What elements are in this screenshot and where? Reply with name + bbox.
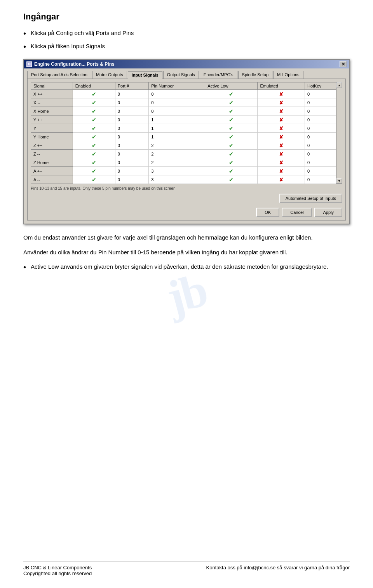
cell-enabled-5[interactable]: ✔ [73, 133, 115, 141]
scroll-up-button[interactable]: ▲ [336, 82, 342, 88]
cell-enabled-0[interactable]: ✔ [73, 90, 115, 98]
tab-spindle[interactable]: Spindle Setup [238, 71, 273, 79]
cell-enabled-8[interactable]: ✔ [73, 158, 115, 167]
cell-emulated-10[interactable]: ✘ [258, 175, 305, 184]
cell-pin-4[interactable]: 1 [149, 124, 205, 133]
cell-enabled-3[interactable]: ✔ [73, 116, 115, 124]
cell-emulated-4[interactable]: ✘ [258, 124, 305, 133]
table-row[interactable]: X Home ✔ 0 0 ✔ ✘ 0 [31, 107, 336, 116]
cell-hotkey-6[interactable]: 0 [305, 141, 336, 150]
cell-pin-7[interactable]: 2 [149, 150, 205, 158]
cell-pin-2[interactable]: 0 [149, 107, 205, 116]
cell-port-8[interactable]: 0 [115, 158, 148, 167]
cell-port-2[interactable]: 0 [115, 107, 148, 116]
cell-emulated-1[interactable]: ✘ [258, 98, 305, 107]
scrollbar[interactable]: ▲ ▼ [336, 82, 342, 184]
apply-button[interactable]: Apply [314, 208, 342, 217]
cell-enabled-9[interactable]: ✔ [73, 167, 115, 175]
cell-pin-3[interactable]: 1 [149, 116, 205, 124]
cell-port-3[interactable]: 0 [115, 116, 148, 124]
ok-button[interactable]: OK [256, 208, 279, 217]
tab-port-setup[interactable]: Port Setup and Axis Selection [27, 71, 91, 79]
cell-pin-1[interactable]: 0 [149, 98, 205, 107]
table-row[interactable]: Z ++ ✔ 0 2 ✔ ✘ 0 [31, 141, 336, 150]
cell-enabled-2[interactable]: ✔ [73, 107, 115, 116]
cell-active-low-7[interactable]: ✔ [205, 150, 258, 158]
cell-active-low-0[interactable]: ✔ [205, 90, 258, 98]
tab-motor-outputs[interactable]: Motor Outputs [92, 71, 127, 79]
cell-active-low-3[interactable]: ✔ [205, 116, 258, 124]
cell-emulated-2[interactable]: ✘ [258, 107, 305, 116]
cell-emulated-6[interactable]: ✘ [258, 141, 305, 150]
table-row[interactable]: Y ++ ✔ 0 1 ✔ ✘ 0 [31, 116, 336, 124]
cell-port-1[interactable]: 0 [115, 98, 148, 107]
cell-port-9[interactable]: 0 [115, 167, 148, 175]
cell-port-6[interactable]: 0 [115, 141, 148, 150]
cell-pin-8[interactable]: 2 [149, 158, 205, 167]
cell-hotkey-3[interactable]: 0 [305, 116, 336, 124]
cell-emulated-5[interactable]: ✘ [258, 133, 305, 141]
cell-emulated-0[interactable]: ✘ [258, 90, 305, 98]
cell-active-low-2[interactable]: ✔ [205, 107, 258, 116]
cell-port-5[interactable]: 0 [115, 133, 148, 141]
cell-port-7[interactable]: 0 [115, 150, 148, 158]
col-header-emulated: Emulated [258, 82, 305, 90]
auto-setup-row: Automated Setup of Inputs [31, 194, 342, 203]
cell-hotkey-0[interactable]: 0 [305, 90, 336, 98]
bullet-icon-1: • [23, 28, 26, 39]
cell-active-low-4[interactable]: ✔ [205, 124, 258, 133]
cell-active-low-10[interactable]: ✔ [205, 175, 258, 184]
cell-active-low-1[interactable]: ✔ [205, 98, 258, 107]
tab-input-signals[interactable]: Input Signals [128, 71, 162, 79]
cell-hotkey-5[interactable]: 0 [305, 133, 336, 141]
cell-pin-6[interactable]: 2 [149, 141, 205, 150]
cell-port-10[interactable]: 0 [115, 175, 148, 184]
cell-enabled-1[interactable]: ✔ [73, 98, 115, 107]
emulated-icon-3: ✘ [279, 117, 284, 123]
tab-output-signals[interactable]: Output Signals [163, 71, 199, 79]
table-row[interactable]: A -- ✔ 0 3 ✔ ✘ 0 [31, 175, 336, 184]
tab-mill[interactable]: Mill Options [273, 71, 303, 79]
tab-encoder[interactable]: Encoder/MPG's [200, 71, 237, 79]
cell-enabled-7[interactable]: ✔ [73, 150, 115, 158]
cell-pin-10[interactable]: 3 [149, 175, 205, 184]
cell-emulated-8[interactable]: ✘ [258, 158, 305, 167]
cell-active-low-8[interactable]: ✔ [205, 158, 258, 167]
cell-hotkey-1[interactable]: 0 [305, 98, 336, 107]
cell-hotkey-2[interactable]: 0 [305, 107, 336, 116]
table-row[interactable]: Y Home ✔ 0 1 ✔ ✘ 0 [31, 133, 336, 141]
cell-pin-9[interactable]: 3 [149, 167, 205, 175]
cell-pin-5[interactable]: 1 [149, 133, 205, 141]
cell-hotkey-4[interactable]: 0 [305, 124, 336, 133]
table-row[interactable]: Z -- ✔ 0 2 ✔ ✘ 0 [31, 150, 336, 158]
cell-emulated-9[interactable]: ✘ [258, 167, 305, 175]
cell-enabled-6[interactable]: ✔ [73, 141, 115, 150]
table-row[interactable]: Y -- ✔ 0 1 ✔ ✘ 0 [31, 124, 336, 133]
active-low-icon-8: ✔ [229, 159, 234, 166]
cell-enabled-10[interactable]: ✔ [73, 175, 115, 184]
cell-hotkey-8[interactable]: 0 [305, 158, 336, 167]
table-row[interactable]: Z Home ✔ 0 2 ✔ ✘ 0 [31, 158, 336, 167]
cell-hotkey-10[interactable]: 0 [305, 175, 336, 184]
table-row[interactable]: X -- ✔ 0 0 ✔ ✘ 0 [31, 98, 336, 107]
cell-active-low-9[interactable]: ✔ [205, 167, 258, 175]
table-row[interactable]: A ++ ✔ 0 3 ✔ ✘ 0 [31, 167, 336, 175]
cell-signal-10: A -- [31, 175, 73, 184]
cell-enabled-4[interactable]: ✔ [73, 124, 115, 133]
scroll-down-button[interactable]: ▼ [336, 178, 342, 184]
cell-signal-9: A ++ [31, 167, 73, 175]
cell-hotkey-9[interactable]: 0 [305, 167, 336, 175]
automated-setup-button[interactable]: Automated Setup of Inputs [279, 194, 342, 203]
cancel-button[interactable]: Cancel [282, 208, 312, 217]
cell-signal-6: Z ++ [31, 141, 73, 150]
cell-active-low-5[interactable]: ✔ [205, 133, 258, 141]
dialog-close-button[interactable]: ✕ [340, 61, 347, 67]
cell-port-4[interactable]: 0 [115, 124, 148, 133]
table-row[interactable]: X ++ ✔ 0 0 ✔ ✘ 0 [31, 90, 336, 98]
cell-hotkey-7[interactable]: 0 [305, 150, 336, 158]
cell-port-0[interactable]: 0 [115, 90, 148, 98]
cell-active-low-6[interactable]: ✔ [205, 141, 258, 150]
cell-emulated-7[interactable]: ✘ [258, 150, 305, 158]
cell-pin-0[interactable]: 0 [149, 90, 205, 98]
cell-emulated-3[interactable]: ✘ [258, 116, 305, 124]
